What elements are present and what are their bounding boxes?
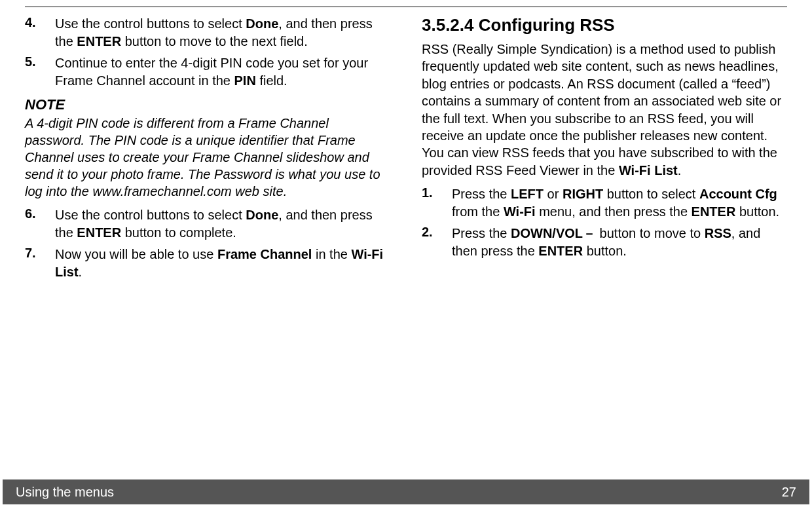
left-column: 4. Use the control buttons to select Don… (25, 15, 390, 285)
page-content: 4. Use the control buttons to select Don… (0, 0, 812, 285)
item-number: 4. (25, 15, 55, 50)
list-item: 7. Now you will be able to use Frame Cha… (25, 246, 390, 281)
page-footer: Using the menus 27 (3, 479, 809, 504)
footer-title: Using the menus (16, 485, 114, 500)
list-item: 2. Press the DOWN/VOL－ button to move to… (422, 225, 787, 260)
item-number: 5. (25, 54, 55, 90)
item-number: 7. (25, 246, 55, 281)
section-heading: 3.5.2.4 Configuring RSS (422, 15, 787, 35)
item-text: Continue to enter the 4-digit PIN code y… (55, 54, 390, 90)
item-number: 2. (422, 225, 452, 260)
list-item: 6. Use the control buttons to select Don… (25, 206, 390, 242)
note-body: A 4-digit PIN code is different from a F… (25, 115, 390, 200)
page-number: 27 (782, 485, 796, 500)
note-heading: NOTE (25, 96, 390, 113)
list-item: 4. Use the control buttons to select Don… (25, 15, 390, 50)
list-item: 1. Press the LEFT or RIGHT button to sel… (422, 185, 787, 221)
right-column: 3.5.2.4 Configuring RSS RSS (Really Simp… (422, 15, 787, 285)
paragraph: RSS (Really Simple Syndication) is a met… (422, 41, 787, 179)
item-number: 1. (422, 185, 452, 221)
columns: 4. Use the control buttons to select Don… (25, 15, 787, 285)
item-text: Press the DOWN/VOL－ button to move to RS… (452, 225, 787, 260)
top-rule (25, 7, 787, 7)
item-text: Use the control buttons to select Done, … (55, 15, 390, 50)
item-number: 6. (25, 206, 55, 242)
list-item: 5. Continue to enter the 4-digit PIN cod… (25, 54, 390, 90)
item-text: Press the LEFT or RIGHT button to select… (452, 185, 787, 221)
item-text: Now you will be able to use Frame Channe… (55, 246, 390, 281)
item-text: Use the control buttons to select Done, … (55, 206, 390, 242)
